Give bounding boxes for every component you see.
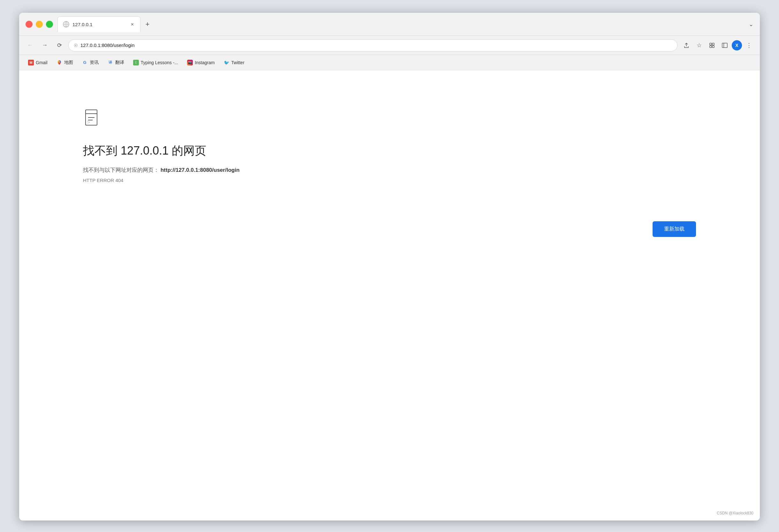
twitter-icon: 🐦 <box>224 60 229 65</box>
tab-title: 127.0.0.1 <box>72 22 126 27</box>
error-title: 找不到 127.0.0.1 的网页 <box>83 143 696 159</box>
new-tab-button[interactable]: + <box>142 18 153 30</box>
tab-bar: 127.0.0.1 ✕ + ⌄ <box>57 16 754 32</box>
browser-window: 127.0.0.1 ✕ + ⌄ ← → ⟳ ☉ 127.0.0.1:8080/u… <box>19 13 760 521</box>
news-icon: G <box>82 60 88 65</box>
svg-rect-4 <box>712 43 714 45</box>
svg-rect-5 <box>710 46 712 48</box>
bookmark-typing-label: Typing Lessons -... <box>141 60 178 65</box>
share-button[interactable] <box>681 40 692 51</box>
instagram-icon: 📷 <box>187 60 193 65</box>
gmail-icon: M <box>28 60 34 65</box>
traffic-lights <box>25 21 53 28</box>
minimize-button[interactable] <box>36 21 43 28</box>
lock-icon: ☉ <box>74 43 78 48</box>
close-button[interactable] <box>25 21 33 28</box>
tab-close-button[interactable]: ✕ <box>129 21 135 27</box>
bookmarks-bar: M Gmail 地图 G 资讯 译 翻译 t Typing Lessons -.… <box>19 55 760 70</box>
bookmark-news[interactable]: G 资讯 <box>78 58 103 67</box>
reload-button[interactable]: ⟳ <box>54 40 65 51</box>
bookmark-gmail-label: Gmail <box>36 60 48 65</box>
address-text: 127.0.0.1:8080/user/login <box>80 43 134 48</box>
active-tab[interactable]: 127.0.0.1 ✕ <box>57 16 140 32</box>
nav-actions: ☆ X ⋮ <box>681 40 755 51</box>
bookmark-maps[interactable]: 地图 <box>53 58 77 67</box>
translate-icon: 译 <box>108 60 113 65</box>
bookmark-instagram-label: Instagram <box>195 60 215 65</box>
bookmark-maps-label: 地图 <box>64 60 73 65</box>
page-content: :- 找不到 127.0.0.1 的网页 找不到与以下网址对应的网页： http… <box>19 70 760 521</box>
svg-rect-3 <box>710 43 712 45</box>
bookmark-typing[interactable]: t Typing Lessons -... <box>129 58 182 67</box>
bookmark-twitter[interactable]: 🐦 Twitter <box>220 58 248 67</box>
bookmark-translate[interactable]: 译 翻译 <box>104 58 128 67</box>
error-actions: 重新加载 <box>83 202 696 237</box>
error-page-icon: :- <box>83 109 104 129</box>
address-bar[interactable]: ☉ 127.0.0.1:8080/user/login <box>68 39 677 51</box>
bookmark-star-button[interactable]: ☆ <box>694 40 705 51</box>
maximize-button[interactable] <box>46 21 53 28</box>
bookmark-translate-label: 翻译 <box>115 60 124 65</box>
tab-favicon <box>63 21 69 27</box>
back-button[interactable]: ← <box>24 40 36 51</box>
reload-page-button[interactable]: 重新加载 <box>653 221 696 237</box>
bookmark-instagram[interactable]: 📷 Instagram <box>183 58 218 67</box>
bookmark-gmail[interactable]: M Gmail <box>24 58 51 67</box>
menu-button[interactable]: ⋮ <box>743 40 755 51</box>
extensions-button[interactable] <box>706 40 718 51</box>
error-url: http://127.0.0.1:8080/user/login <box>161 167 240 173</box>
error-content: :- 找不到 127.0.0.1 的网页 找不到与以下网址对应的网页： http… <box>83 109 696 237</box>
page-footer: CSDN @Xiaolock830 <box>717 511 754 515</box>
svg-rect-6 <box>712 46 714 48</box>
footer-text: CSDN @Xiaolock830 <box>717 511 754 515</box>
bookmark-twitter-label: Twitter <box>231 60 244 65</box>
typing-icon: t <box>133 60 139 65</box>
svg-text::-: :- <box>87 120 90 124</box>
svg-rect-7 <box>722 43 727 48</box>
profile-button[interactable]: X <box>732 40 742 51</box>
error-code: HTTP ERROR 404 <box>83 178 696 183</box>
forward-button[interactable]: → <box>39 40 50 51</box>
error-subtitle: 找不到与以下网址对应的网页： http://127.0.0.1:8080/use… <box>83 166 696 174</box>
title-bar: 127.0.0.1 ✕ + ⌄ <box>19 13 760 36</box>
maps-icon <box>57 60 62 65</box>
bookmark-news-label: 资讯 <box>90 60 99 65</box>
nav-bar: ← → ⟳ ☉ 127.0.0.1:8080/user/login ☆ <box>19 36 760 55</box>
sidebar-button[interactable] <box>719 40 730 51</box>
tab-chevron-icon[interactable]: ⌄ <box>749 21 754 28</box>
